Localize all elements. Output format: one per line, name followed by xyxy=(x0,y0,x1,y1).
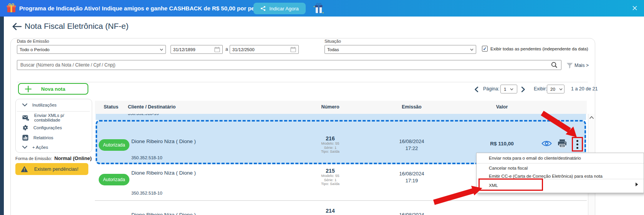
value-cell: R$ 110,00 xyxy=(479,141,525,147)
refer-now-button[interactable]: Indicar Agora xyxy=(253,3,306,14)
date-from-input[interactable]: 31/12/1899 xyxy=(171,45,223,54)
client-name: Dione Ribeiro Niza ( Dione ) xyxy=(131,170,196,176)
note-number-block: 216 Modelo: 55 Série: 1 Tipo: Saída xyxy=(307,135,353,154)
clipped-document: 350.352.518-10 xyxy=(128,114,159,116)
checkmark-icon: ✓ xyxy=(483,46,487,52)
client-name: Dione Ribeiro Niza ( Dione ) xyxy=(131,138,196,144)
emission-cell: 16/08/2024 17:19 xyxy=(389,170,435,184)
page-label: Página: xyxy=(483,86,499,92)
annotation-arrow-xml xyxy=(430,181,486,208)
menu-item-emit-cce[interactable]: Emitir CC-e (Carta de Correção Eletrônic… xyxy=(489,174,603,178)
warning-icon xyxy=(21,166,28,172)
note-type: Tipo: Saída xyxy=(307,150,353,154)
emission-mode-value: Normal (Online) xyxy=(54,155,92,161)
show-pending-checkbox[interactable]: ✓ xyxy=(482,46,488,52)
back-button[interactable] xyxy=(12,22,22,31)
situation-label: Situação xyxy=(324,39,341,43)
emission-date: 16/08/2024 xyxy=(389,170,435,177)
sidebar-item-label: Relatórios xyxy=(33,135,53,140)
table-header: Status Cliente / Destinatário Número Emi… xyxy=(95,101,587,114)
note-number-block: 215 Modelo: 55 Série: 1 Tipo: Saída xyxy=(307,168,353,186)
status-badge: Autorizada xyxy=(99,174,129,185)
toolbar-divider xyxy=(17,82,588,82)
date-to-value: 31/12/2500 xyxy=(232,47,290,52)
emission-date: 16/08/2024 xyxy=(389,212,435,215)
close-icon[interactable] xyxy=(631,5,638,12)
client-document: 350.352.518-10 xyxy=(131,191,162,195)
menu-item-cancel-note[interactable]: Cancelar nota fiscal xyxy=(489,166,528,170)
sidebar-divider xyxy=(17,111,90,112)
note-number: 215 xyxy=(307,168,353,174)
sidebar-item-acoes[interactable]: + Ações xyxy=(17,142,90,152)
promo-text: Programa de Indicação Ativo! Indique ami… xyxy=(19,5,270,12)
sidebar-item-inutilizacoes[interactable]: Inutilizações xyxy=(17,100,90,110)
situation-select[interactable]: Todas xyxy=(324,45,476,54)
sidebar-item-label: + Ações xyxy=(32,145,48,150)
page-size-value: 20 xyxy=(550,87,555,92)
xml-highlight-box xyxy=(478,178,543,191)
emission-date-label: Data de Emissão xyxy=(17,39,49,43)
nfe-page: Programa de Indicação Ativo! Indique ami… xyxy=(0,0,644,215)
refer-now-label: Indicar Agora xyxy=(269,6,299,12)
emission-time: 17:19 xyxy=(389,177,435,184)
calendar-icon xyxy=(214,47,220,52)
emission-date: 16/08/2024 xyxy=(389,138,435,145)
sidebar-item-label: Inutilizações xyxy=(32,103,56,107)
note-model: Modelo: 55 xyxy=(307,142,353,146)
search-icon[interactable] xyxy=(551,62,558,68)
sidebar-item-label: Enviar XMLs p/ contabilidade xyxy=(34,113,90,122)
mail-send-icon xyxy=(22,115,29,121)
filter-funnel-icon xyxy=(566,63,573,68)
prev-page-button[interactable] xyxy=(474,87,478,92)
gear-icon xyxy=(22,125,28,131)
new-note-button[interactable]: Nova nota xyxy=(18,83,88,95)
new-note-label: Nova nota xyxy=(24,86,82,92)
sidebar-item-configuracoes[interactable]: Configurações xyxy=(17,123,90,133)
menu-divider xyxy=(477,163,644,163)
note-number: 214 xyxy=(307,208,353,214)
pending-warning-banner[interactable]: Existem pendências! xyxy=(15,163,88,175)
pagination-range: 1 a 20 de 21 xyxy=(571,86,598,92)
menu-item-send-email[interactable]: Enviar nota para o email do cliente/dest… xyxy=(489,156,581,160)
page-value: 1 xyxy=(504,87,506,92)
chevron-down-icon xyxy=(22,146,27,149)
search-input[interactable] xyxy=(17,60,561,70)
pending-warning-text: Existem pendências! xyxy=(34,167,78,172)
col-status: Status xyxy=(98,104,124,110)
date-from-value: 31/12/1899 xyxy=(173,47,214,52)
status-badge: Autorizada xyxy=(99,139,129,151)
share-icon xyxy=(260,6,266,11)
period-value: Todo o Período xyxy=(20,47,160,52)
page-select[interactable]: 1 xyxy=(500,85,517,93)
emission-cell: 16/08/2024 17:22 xyxy=(389,138,435,152)
submenu-arrow-icon xyxy=(636,182,638,187)
note-number: 216 xyxy=(307,135,353,142)
collapsed-nav-strip xyxy=(0,17,4,215)
sidebar-item-label: Configurações xyxy=(33,125,62,130)
sidebar-item-relatorios[interactable]: Relatórios xyxy=(17,133,90,143)
situation-value: Todas xyxy=(327,47,470,52)
page-size-select[interactable]: 20 xyxy=(547,85,565,93)
emission-mode-label: Forma de Emissão: xyxy=(15,156,52,161)
date-to-input[interactable]: 31/12/2500 xyxy=(230,45,299,54)
more-filters-link[interactable]: Mais > xyxy=(574,63,589,68)
chevron-down-icon xyxy=(510,88,513,90)
chevron-down-icon xyxy=(160,48,163,51)
client-document: 350.352.518-10 xyxy=(131,155,162,160)
period-select[interactable]: Todo o Período xyxy=(17,45,166,54)
show-label: Exibir: xyxy=(534,86,547,92)
date-range-separator: a xyxy=(225,47,228,52)
gift-icon xyxy=(6,3,17,13)
next-page-button[interactable] xyxy=(521,87,525,92)
chevron-down-icon xyxy=(22,103,27,107)
emission-time: 17:22 xyxy=(389,145,435,152)
clipped-row: 350.352.518-10 xyxy=(96,114,586,120)
col-number: Número xyxy=(307,104,353,110)
scroll-up-icon[interactable] xyxy=(588,115,594,120)
sidebar-item-enviar-xmls[interactable]: Enviar XMLs p/ contabilidade xyxy=(17,113,90,123)
col-client: Cliente / Destinatário xyxy=(128,104,175,110)
bar-chart-icon xyxy=(22,135,28,141)
note-model: Modelo: 55 xyxy=(307,174,353,178)
page-title: Nota Fiscal Eletrônica (NF-e) xyxy=(25,22,129,31)
annotation-arrow-kebab xyxy=(534,108,584,142)
